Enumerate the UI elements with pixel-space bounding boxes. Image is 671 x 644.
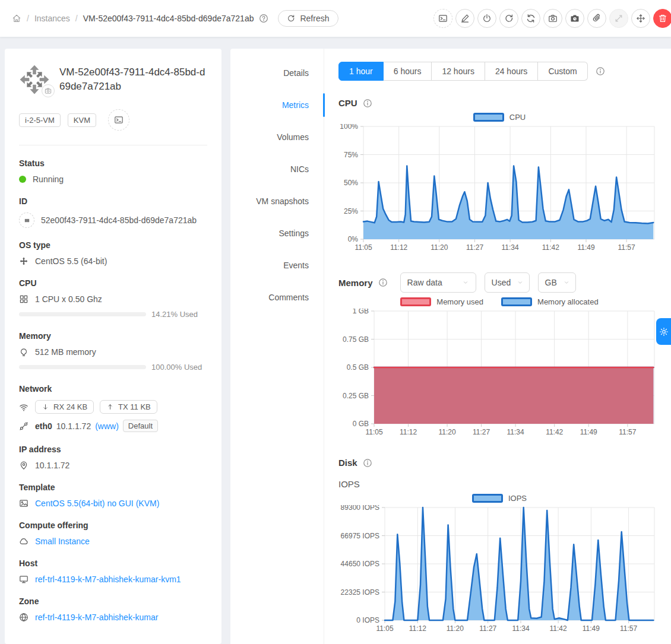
network-link[interactable]: (www) [95, 421, 119, 431]
field-link[interactable]: Small Instance [35, 537, 90, 546]
tab-vm-snapshots[interactable]: VM snapshots [230, 185, 324, 217]
centos-icon [19, 256, 29, 266]
timerange-custom[interactable]: Custom [538, 62, 587, 81]
home-icon[interactable] [12, 14, 21, 23]
edit-icon [460, 14, 470, 23]
cpu-title-row: CPU [338, 98, 660, 108]
tab-nics[interactable]: NICs [230, 153, 324, 185]
field-compute-offering: Compute offeringSmall Instance [19, 521, 207, 546]
breadcrumb-instances-link[interactable]: Instances [34, 14, 70, 23]
timerange-1-hour[interactable]: 1 hour [338, 62, 384, 81]
api-icon [19, 421, 29, 431]
nic-ip: 10.1.1.72 [56, 421, 91, 431]
iops-title-row: Disk [338, 458, 660, 468]
power-icon [482, 14, 492, 23]
edit-button[interactable] [455, 9, 474, 28]
svg-text:11:12: 11:12 [400, 428, 417, 436]
info-icon[interactable] [596, 66, 605, 76]
stop-instance-button[interactable] [477, 9, 496, 28]
select-raw-data[interactable]: Raw data [400, 272, 476, 293]
svg-text:75%: 75% [344, 151, 358, 159]
svg-text:11:05: 11:05 [365, 428, 382, 436]
usage-progress: 100.00% Used [19, 363, 207, 372]
svg-text:11:27: 11:27 [479, 624, 496, 633]
svg-text:25%: 25% [344, 207, 358, 215]
field-ip-address: IP address10.1.1.72 [19, 445, 207, 470]
info-icon[interactable] [378, 278, 388, 287]
paperclip-icon [592, 14, 602, 23]
tab-events[interactable]: Events [230, 249, 324, 281]
camera-clock-icon [570, 14, 580, 23]
destroy-instance-button[interactable] [653, 9, 671, 28]
rx-badge: RX 24 KB [35, 400, 94, 414]
field-os-type: OS typeCentOS 5.5 (64-bit) [19, 240, 207, 266]
section-tabs: DetailsMetricsVolumesNICsVM snapshotsSet… [230, 57, 324, 644]
field-link[interactable]: ref-trl-4119-k-M7-abhishek-kumar [35, 613, 158, 622]
take-snapshot-button[interactable] [543, 9, 562, 28]
cloud-icon [19, 537, 29, 546]
field-link[interactable]: ref-trl-4119-k-M7-abhishek-kumar-kvm1 [35, 575, 181, 584]
copy-id-button[interactable] [19, 212, 34, 228]
svg-text:11:27: 11:27 [466, 243, 483, 252]
refresh-button[interactable]: Refresh [278, 10, 338, 27]
attach-iso-button[interactable] [587, 9, 606, 28]
pin-icon [19, 461, 29, 470]
field-cpu: CPU1 CPU x 0.50 Ghz14.21% Used [19, 278, 207, 319]
timerange-24-hours[interactable]: 24 hours [485, 62, 538, 81]
timerange-12-hours[interactable]: 12 hours [432, 62, 485, 81]
migrate-instance-button[interactable] [631, 9, 650, 28]
svg-text:22325 IOPS: 22325 IOPS [341, 588, 379, 597]
tab-details[interactable]: Details [230, 57, 324, 89]
settings-gear-button[interactable] [656, 318, 671, 345]
tab-metrics[interactable]: Metrics [230, 89, 324, 121]
field-label: Status [19, 158, 207, 168]
field-link[interactable]: CentOS 5.5(64-bit) no GUI (KVM) [35, 499, 159, 508]
svg-text:11:49: 11:49 [583, 624, 600, 633]
metrics-content: 1 hour6 hours12 hours24 hoursCustom CPUC… [338, 62, 671, 644]
chevron-down-icon [517, 279, 524, 286]
svg-text:100%: 100% [340, 124, 358, 131]
info-icon[interactable] [363, 99, 372, 108]
field-value: 1 CPU x 0.50 Ghz [35, 294, 102, 304]
legend-swatch [400, 297, 431, 306]
select-gb[interactable]: GB [538, 272, 576, 293]
memory-title-row: MemoryRaw dataUsedGB [338, 272, 660, 293]
reboot-instance-button[interactable] [499, 9, 518, 28]
tab-comments[interactable]: Comments [230, 281, 324, 313]
field-id: ID52e00f43-7911-4dc4-85bd-d69de7a721ab [19, 196, 207, 228]
progress-track [19, 312, 146, 316]
console-button[interactable] [108, 109, 129, 131]
svg-text:11:05: 11:05 [355, 243, 372, 252]
timerange-6-hours[interactable]: 6 hours [384, 62, 432, 81]
field-label: ID [19, 196, 207, 206]
breadcrumb: / Instances / VM-52e00f43-7911-4dc4-85bd… [12, 14, 268, 23]
picture-icon [19, 499, 29, 508]
reinstall-instance-button[interactable] [521, 9, 540, 28]
svg-text:11:20: 11:20 [431, 243, 448, 252]
help-icon[interactable] [259, 14, 268, 23]
arrow-up-icon [106, 403, 114, 411]
legend-swatch [501, 297, 532, 306]
nic-name: eth0 [35, 421, 52, 431]
legend-swatch [473, 113, 504, 122]
instance-tag: KVM [68, 113, 96, 127]
arrow-down-icon [42, 403, 49, 411]
field-value: 10.1.1.72 [35, 461, 69, 470]
svg-text:11:34: 11:34 [512, 624, 529, 633]
console-button[interactable] [433, 9, 452, 28]
svg-text:11:12: 11:12 [390, 243, 407, 252]
info-icon[interactable] [363, 458, 372, 468]
svg-text:11:49: 11:49 [577, 243, 594, 252]
select-used[interactable]: Used [485, 272, 530, 293]
svg-text:11:57: 11:57 [618, 243, 635, 252]
wifi-icon [19, 402, 29, 412]
vm-header: VM-52e00f43-7911-4dc4-85bd-d69de7a721ab [19, 64, 207, 95]
breadcrumb-current: VM-52e00f43-7911-4dc4-85bd-d69de7a721ab [83, 14, 254, 23]
field-network: NetworkRX 24 KBTX 11 KBeth010.1.1.72(www… [19, 384, 207, 432]
svg-text:11:12: 11:12 [409, 624, 426, 633]
svg-text:50%: 50% [344, 179, 358, 187]
tab-settings[interactable]: Settings [230, 217, 324, 249]
tab-volumes[interactable]: Volumes [230, 121, 324, 153]
camera-icon [548, 14, 558, 23]
recurring-snapshot-button[interactable] [565, 9, 584, 28]
